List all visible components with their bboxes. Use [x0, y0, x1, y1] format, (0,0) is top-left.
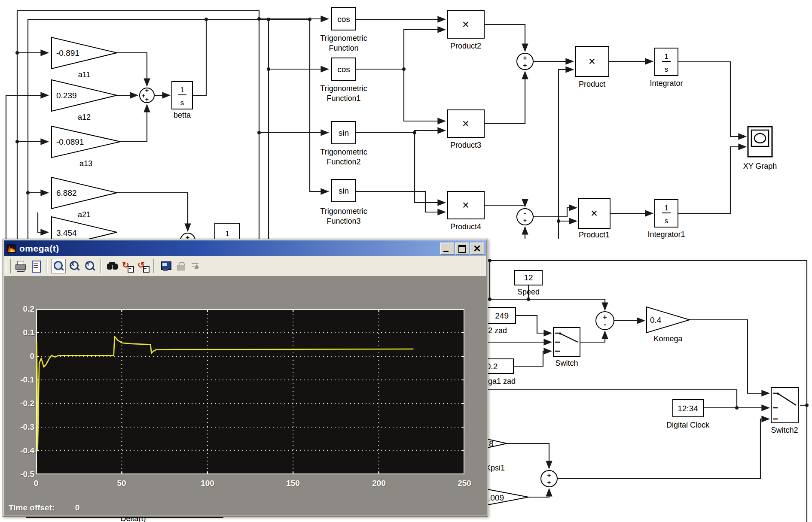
- sum-sign: +: [145, 96, 149, 103]
- trig-function2[interactable]: sin Trigonometric Function2: [320, 121, 367, 166]
- floating-scope-button[interactable]: [159, 259, 172, 273]
- xtick-label: 100: [195, 479, 220, 488]
- block-label: Product3: [450, 141, 481, 149]
- xtick-label: 0: [24, 479, 48, 488]
- integrator-betta[interactable]: 1 s betta: [172, 82, 192, 119]
- ytick-label: 0.2: [14, 304, 34, 314]
- block-label: 2 zad: [488, 326, 507, 335]
- zoom-x-button[interactable]: X: [67, 259, 81, 273]
- trig-function3[interactable]: sin Trigonometric Function3: [320, 179, 367, 225]
- speed-constant[interactable]: 12 Speed: [515, 270, 542, 296]
- gain-a11[interactable]: -0.891 a11: [52, 37, 117, 79]
- sum-sign: +: [547, 479, 551, 486]
- frac-num: 1: [664, 204, 668, 212]
- close-button[interactable]: [470, 243, 484, 255]
- gain-a11-label: a11: [78, 70, 91, 79]
- block-label: Integrator1: [647, 230, 685, 239]
- sum-psi1[interactable]: + +: [541, 470, 557, 487]
- integrator1-block[interactable]: 1 s Integrator1: [647, 200, 685, 239]
- sum-betta[interactable]: + + +: [140, 87, 154, 103]
- parameters-button[interactable]: [29, 259, 43, 273]
- scope-titlebar[interactable]: omega(t): [4, 240, 486, 256]
- toolbar-separator: [153, 259, 155, 273]
- product-symbol: ×: [462, 117, 469, 130]
- frac-den: s: [665, 65, 669, 73]
- product2-block[interactable]: × Product2: [448, 11, 484, 50]
- trig-op: cos: [337, 65, 350, 74]
- xtick-label: 200: [367, 479, 391, 488]
- toolbar-grip[interactable]: [6, 259, 11, 273]
- simulink-model-canvas: -0.891 a11 0.239 a12 -0.0891 a13 6.882 a…: [0, 0, 812, 522]
- block-label: Digital Clock: [666, 421, 710, 429]
- sum-komega[interactable]: + -: [596, 312, 614, 330]
- trig-op: sin: [339, 128, 349, 137]
- signal-selection-button[interactable]: [189, 259, 203, 273]
- trig-op: cos: [337, 15, 350, 24]
- minimize-button[interactable]: [440, 243, 454, 255]
- zoom-button[interactable]: [51, 259, 66, 273]
- xtick-label: 50: [110, 479, 134, 488]
- sum-sign: -: [524, 209, 526, 217]
- sum-sign: +: [523, 61, 527, 69]
- product-symbol: ×: [462, 199, 469, 212]
- scope-window-title: omega(t): [19, 243, 59, 254]
- ytick-label: 0: [14, 352, 34, 361]
- digital-clock-block[interactable]: 12:34 Digital Clock: [666, 400, 710, 429]
- product3-block[interactable]: × Product3: [448, 110, 484, 149]
- gain-komega[interactable]: 0.4 Komega: [647, 307, 690, 343]
- block-label: Function1: [327, 94, 360, 103]
- zoom-y-button[interactable]: Y: [83, 259, 97, 273]
- product4-block[interactable]: × Product4: [448, 191, 484, 231]
- gain-a21-label: a21: [78, 210, 91, 219]
- frac-num: 1: [180, 86, 184, 94]
- print-button[interactable]: [13, 259, 27, 273]
- trig-function1[interactable]: cos Trigonometric Function1: [320, 58, 367, 103]
- autoscale-binoculars-button[interactable]: [105, 259, 119, 273]
- sum-sign: -: [604, 320, 606, 329]
- block-label: Product: [579, 80, 605, 88]
- integrator-block[interactable]: 1 s Integrator: [650, 48, 683, 88]
- block-label: Function2: [327, 158, 360, 166]
- block-label: Kpsi1: [485, 464, 505, 472]
- switch-block[interactable]: Switch: [553, 328, 580, 367]
- save-axes-button[interactable]: ↻: [121, 259, 134, 273]
- trig-function[interactable]: cos Trigonometric Function: [320, 8, 367, 52]
- ytick-label: -0.2: [14, 399, 34, 408]
- gain-a21[interactable]: 6.882 a21: [52, 177, 117, 219]
- block-label: Trigonometric: [320, 34, 367, 42]
- gain-value: 8: [489, 439, 494, 448]
- toolbar-separator: [46, 259, 48, 273]
- frac-den: s: [665, 217, 669, 225]
- lock-axes-button[interactable]: [174, 259, 188, 273]
- gain-a11-value: -0.891: [56, 49, 79, 58]
- scope-window[interactable]: omega(t) X Y: [3, 239, 488, 517]
- const-value: 249: [495, 311, 509, 320]
- sum-sign: +: [523, 217, 527, 224]
- block-label: Switch: [555, 359, 578, 367]
- product1-block[interactable]: × Product1: [579, 198, 610, 239]
- frac-num: 1: [225, 230, 229, 238]
- block-label: Switch2: [771, 426, 798, 434]
- product-symbol: ×: [462, 18, 469, 31]
- sum-sign: +: [547, 471, 551, 479]
- scope-plot[interactable]: [36, 309, 464, 474]
- block-label: ga1 zad: [488, 377, 516, 385]
- sum-sign: +: [523, 54, 527, 61]
- switch2-block[interactable]: Switch2: [771, 388, 798, 434]
- restore-axes-button[interactable]: ↺: [136, 259, 150, 273]
- ytick-label: -0.4: [14, 446, 34, 455]
- sum-d[interactable]: - +: [517, 209, 533, 225]
- gain-a13-value: -0.0891: [56, 137, 84, 146]
- ytick-label: -0.3: [14, 422, 34, 432]
- gain-a12[interactable]: 0.239 a12: [52, 80, 117, 121]
- ytick-label: 0.1: [14, 328, 34, 337]
- frac-den: s: [180, 99, 184, 107]
- gain-a13[interactable]: -0.0891 a13: [52, 126, 120, 168]
- matlab-icon: [6, 244, 16, 253]
- maximize-button[interactable]: [455, 243, 469, 255]
- block-label: Product2: [450, 42, 481, 50]
- sum-sign: +: [603, 313, 607, 321]
- sum-a[interactable]: + +: [517, 53, 533, 70]
- xy-graph-block[interactable]: XY Graph: [743, 127, 777, 170]
- product-block[interactable]: × Product: [575, 46, 609, 88]
